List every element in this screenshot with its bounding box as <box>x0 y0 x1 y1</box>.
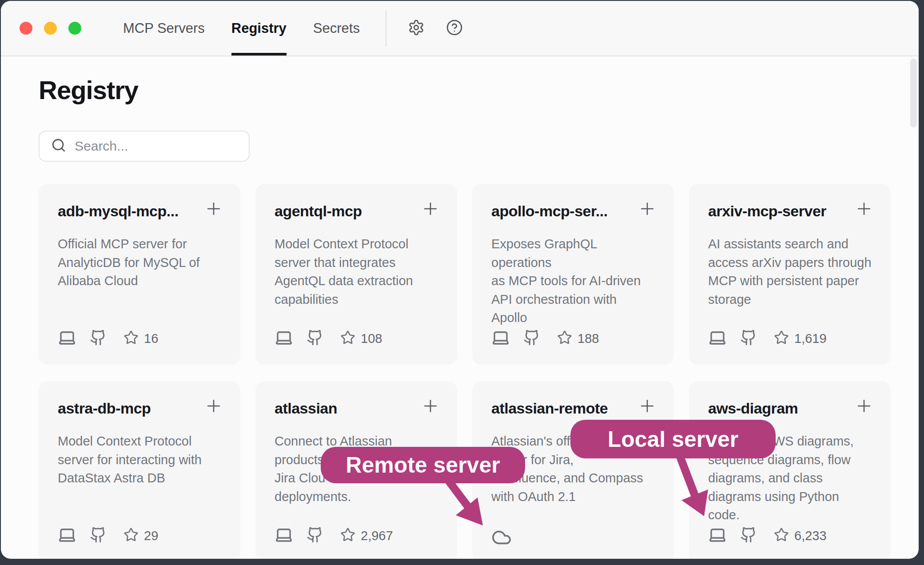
description-line: access arXiv papers through <box>708 254 872 272</box>
star-icon <box>557 330 572 347</box>
server-name: apollo-mcp-ser... <box>491 203 655 220</box>
server-description: AI assistants search andaccess arXiv pap… <box>708 235 872 309</box>
zoom-button[interactable] <box>68 22 81 35</box>
star-count: 2,967 <box>361 529 393 543</box>
star-count: 6,233 <box>794 529 827 543</box>
titlebar-divider <box>386 11 386 46</box>
description-line: AgentQL data extraction <box>275 272 438 290</box>
plus-icon <box>854 212 874 220</box>
description-line: AnalyticDB for MySQL of <box>58 254 221 272</box>
star-icon <box>774 527 789 544</box>
star-count: 1,619 <box>794 331 827 346</box>
traffic-lights <box>20 1 81 56</box>
card-footer <box>491 524 512 546</box>
description-line: deployments. <box>275 488 438 506</box>
description-line: Alibaba Cloud <box>58 272 221 290</box>
search-icon <box>51 138 66 155</box>
server-name: arxiv-mcp-server <box>708 203 872 220</box>
star-icon <box>774 330 789 347</box>
github-icon <box>307 526 323 545</box>
titlebar: MCP Servers Registry Secrets <box>1 1 919 56</box>
server-card: arxiv-mcp-serverAI assistants search and… <box>689 184 891 365</box>
star-count: 16 <box>144 331 158 346</box>
server-card: aws-diagramGenerate AWS diagrams,sequenc… <box>689 381 891 559</box>
card-footer: 2,967 <box>275 525 393 546</box>
help-button[interactable] <box>446 1 463 56</box>
help-icon <box>446 19 463 38</box>
laptop-icon <box>708 328 727 349</box>
card-footer: 29 <box>58 525 158 546</box>
local-server-badge: Local server <box>570 420 776 458</box>
plus-icon <box>204 212 223 220</box>
add-server-button[interactable] <box>854 199 874 220</box>
description-line: diagrams, and class <box>708 469 872 488</box>
server-description: Exposes GraphQL operationsas MCP tools f… <box>491 235 655 327</box>
description-line: server for interacting with <box>58 451 221 470</box>
laptop-icon <box>275 328 293 349</box>
laptop-icon <box>275 525 293 546</box>
search-input[interactable] <box>74 138 249 154</box>
description-line: as MCP tools for AI-driven <box>491 272 655 290</box>
remote-server-badge: Remote server <box>321 447 525 483</box>
description-line: Exposes GraphQL operations <box>491 235 655 272</box>
plus-icon <box>421 410 440 417</box>
server-card: adb-mysql-mcp...Official MCP server forA… <box>39 184 240 365</box>
github-icon <box>740 329 757 348</box>
server-description: Model Context Protocolserver for interac… <box>58 432 221 488</box>
add-server-button[interactable] <box>854 396 874 418</box>
card-footer: 188 <box>491 328 599 349</box>
laptop-icon <box>58 525 76 546</box>
titlebar-tabs: MCP Servers Registry Secrets <box>123 1 360 56</box>
settings-button[interactable] <box>408 1 425 56</box>
star-count: 108 <box>361 331 382 346</box>
description-line: diagrams using Python code. <box>708 488 872 525</box>
github-icon <box>90 526 107 545</box>
laptop-icon <box>58 328 76 349</box>
main-content: Registry adb-mysql-mcp...Official MCP se… <box>1 75 919 559</box>
plus-icon <box>637 212 657 220</box>
description-line: MCP with persistent paper <box>708 272 872 290</box>
star-icon <box>340 527 355 544</box>
github-icon <box>523 329 540 348</box>
tab-registry[interactable]: Registry <box>231 1 287 56</box>
plus-icon <box>637 410 657 417</box>
description-line: with OAuth 2.1 <box>491 488 655 506</box>
page-title: Registry <box>39 75 919 105</box>
tab-secrets[interactable]: Secrets <box>313 1 360 56</box>
laptop-icon <box>491 328 510 349</box>
plus-icon <box>854 410 874 417</box>
card-footer: 16 <box>58 328 158 349</box>
add-server-button[interactable] <box>204 199 223 220</box>
server-name: agentql-mcp <box>275 203 438 220</box>
star-icon <box>340 330 355 347</box>
add-server-button[interactable] <box>421 199 440 220</box>
github-icon <box>307 329 323 348</box>
server-card-grid: adb-mysql-mcp...Official MCP server forA… <box>39 184 919 559</box>
description-line: Model Context Protocol <box>275 235 438 254</box>
close-button[interactable] <box>20 22 32 35</box>
star-icon <box>123 527 139 544</box>
github-icon <box>740 526 757 545</box>
server-name: atlassian <box>275 400 438 417</box>
plus-icon <box>204 410 223 417</box>
search-box <box>39 131 250 162</box>
card-footer: 1,619 <box>708 328 827 349</box>
server-name: atlassian-remote <box>491 400 655 417</box>
server-name: astra-db-mcp <box>58 400 221 417</box>
app-window: MCP Servers Registry Secrets Registry ad… <box>1 1 919 559</box>
tab-mcp-servers[interactable]: MCP Servers <box>123 1 205 56</box>
add-server-button[interactable] <box>421 396 440 418</box>
description-line: Official MCP server for <box>58 235 221 254</box>
add-server-button[interactable] <box>637 396 657 418</box>
cloud-icon <box>491 527 512 549</box>
star-count: 188 <box>578 331 599 346</box>
add-server-button[interactable] <box>637 199 657 220</box>
add-server-button[interactable] <box>204 396 223 418</box>
server-card: apollo-mcp-ser...Exposes GraphQL operati… <box>472 184 674 365</box>
description-line: storage <box>708 290 872 309</box>
scrollbar-thumb[interactable] <box>910 59 917 127</box>
minimize-button[interactable] <box>44 22 57 35</box>
description-line: AI assistants search and <box>708 235 872 254</box>
server-name: adb-mysql-mcp... <box>58 203 221 220</box>
server-card: astra-db-mcpModel Context Protocolserver… <box>39 381 240 559</box>
